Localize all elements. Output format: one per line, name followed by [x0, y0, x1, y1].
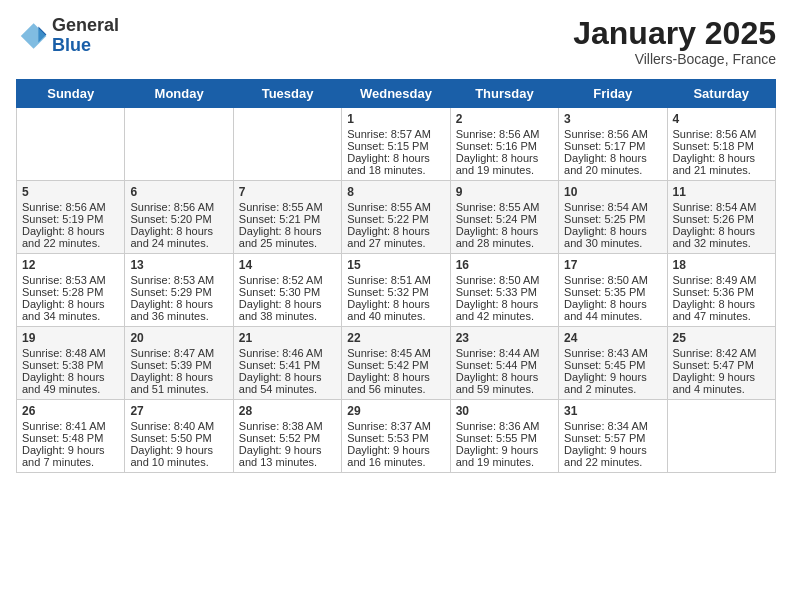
sunset-text: Sunset: 5:42 PM — [347, 359, 428, 371]
calendar-week-2: 5Sunrise: 8:56 AMSunset: 5:19 PMDaylight… — [17, 181, 776, 254]
daylight-text: Daylight: 8 hours and 36 minutes. — [130, 298, 213, 322]
sunset-text: Sunset: 5:32 PM — [347, 286, 428, 298]
sunrise-text: Sunrise: 8:37 AM — [347, 420, 431, 432]
daylight-text: Daylight: 8 hours and 20 minutes. — [564, 152, 647, 176]
calendar-cell: 11Sunrise: 8:54 AMSunset: 5:26 PMDayligh… — [667, 181, 775, 254]
sunset-text: Sunset: 5:41 PM — [239, 359, 320, 371]
day-number: 18 — [673, 258, 770, 272]
daylight-text: Daylight: 9 hours and 10 minutes. — [130, 444, 213, 468]
calendar-cell: 23Sunrise: 8:44 AMSunset: 5:44 PMDayligh… — [450, 327, 558, 400]
sunset-text: Sunset: 5:30 PM — [239, 286, 320, 298]
calendar-cell: 8Sunrise: 8:55 AMSunset: 5:22 PMDaylight… — [342, 181, 450, 254]
calendar-cell: 6Sunrise: 8:56 AMSunset: 5:20 PMDaylight… — [125, 181, 233, 254]
daylight-text: Daylight: 8 hours and 42 minutes. — [456, 298, 539, 322]
calendar-cell: 20Sunrise: 8:47 AMSunset: 5:39 PMDayligh… — [125, 327, 233, 400]
sunset-text: Sunset: 5:25 PM — [564, 213, 645, 225]
sunset-text: Sunset: 5:24 PM — [456, 213, 537, 225]
calendar-cell: 18Sunrise: 8:49 AMSunset: 5:36 PMDayligh… — [667, 254, 775, 327]
sunset-text: Sunset: 5:18 PM — [673, 140, 754, 152]
day-number: 29 — [347, 404, 444, 418]
sunrise-text: Sunrise: 8:55 AM — [239, 201, 323, 213]
day-number: 20 — [130, 331, 227, 345]
calendar-cell: 10Sunrise: 8:54 AMSunset: 5:25 PMDayligh… — [559, 181, 667, 254]
sunrise-text: Sunrise: 8:50 AM — [456, 274, 540, 286]
page-header: General Blue January 2025 Villers-Bocage… — [16, 16, 776, 67]
calendar-cell: 7Sunrise: 8:55 AMSunset: 5:21 PMDaylight… — [233, 181, 341, 254]
day-number: 13 — [130, 258, 227, 272]
daylight-text: Daylight: 9 hours and 4 minutes. — [673, 371, 756, 395]
daylight-text: Daylight: 8 hours and 24 minutes. — [130, 225, 213, 249]
sunset-text: Sunset: 5:29 PM — [130, 286, 211, 298]
sunrise-text: Sunrise: 8:40 AM — [130, 420, 214, 432]
day-number: 27 — [130, 404, 227, 418]
weekday-header-thursday: Thursday — [450, 80, 558, 108]
sunrise-text: Sunrise: 8:54 AM — [673, 201, 757, 213]
svg-marker-1 — [21, 23, 47, 49]
calendar-cell: 25Sunrise: 8:42 AMSunset: 5:47 PMDayligh… — [667, 327, 775, 400]
sunrise-text: Sunrise: 8:41 AM — [22, 420, 106, 432]
calendar-cell: 28Sunrise: 8:38 AMSunset: 5:52 PMDayligh… — [233, 400, 341, 473]
daylight-text: Daylight: 8 hours and 21 minutes. — [673, 152, 756, 176]
daylight-text: Daylight: 8 hours and 22 minutes. — [22, 225, 105, 249]
daylight-text: Daylight: 9 hours and 19 minutes. — [456, 444, 539, 468]
daylight-text: Daylight: 8 hours and 47 minutes. — [673, 298, 756, 322]
sunset-text: Sunset: 5:53 PM — [347, 432, 428, 444]
daylight-text: Daylight: 9 hours and 7 minutes. — [22, 444, 105, 468]
sunset-text: Sunset: 5:21 PM — [239, 213, 320, 225]
sunset-text: Sunset: 5:45 PM — [564, 359, 645, 371]
sunrise-text: Sunrise: 8:56 AM — [130, 201, 214, 213]
sunrise-text: Sunrise: 8:34 AM — [564, 420, 648, 432]
day-number: 24 — [564, 331, 661, 345]
logo-general-text: General — [52, 16, 119, 36]
sunset-text: Sunset: 5:57 PM — [564, 432, 645, 444]
daylight-text: Daylight: 9 hours and 22 minutes. — [564, 444, 647, 468]
sunrise-text: Sunrise: 8:54 AM — [564, 201, 648, 213]
sunrise-text: Sunrise: 8:55 AM — [456, 201, 540, 213]
logo-text: General Blue — [52, 16, 119, 56]
sunset-text: Sunset: 5:44 PM — [456, 359, 537, 371]
calendar-cell: 1Sunrise: 8:57 AMSunset: 5:15 PMDaylight… — [342, 108, 450, 181]
day-number: 6 — [130, 185, 227, 199]
calendar-cell: 16Sunrise: 8:50 AMSunset: 5:33 PMDayligh… — [450, 254, 558, 327]
calendar-cell: 5Sunrise: 8:56 AMSunset: 5:19 PMDaylight… — [17, 181, 125, 254]
sunrise-text: Sunrise: 8:56 AM — [456, 128, 540, 140]
sunset-text: Sunset: 5:16 PM — [456, 140, 537, 152]
day-number: 26 — [22, 404, 119, 418]
day-number: 12 — [22, 258, 119, 272]
calendar-cell: 2Sunrise: 8:56 AMSunset: 5:16 PMDaylight… — [450, 108, 558, 181]
sunrise-text: Sunrise: 8:36 AM — [456, 420, 540, 432]
daylight-text: Daylight: 8 hours and 38 minutes. — [239, 298, 322, 322]
daylight-text: Daylight: 8 hours and 51 minutes. — [130, 371, 213, 395]
day-number: 8 — [347, 185, 444, 199]
calendar-cell — [125, 108, 233, 181]
sunset-text: Sunset: 5:17 PM — [564, 140, 645, 152]
day-number: 19 — [22, 331, 119, 345]
day-number: 23 — [456, 331, 553, 345]
sunset-text: Sunset: 5:28 PM — [22, 286, 103, 298]
sunrise-text: Sunrise: 8:45 AM — [347, 347, 431, 359]
logo-icon — [16, 20, 48, 52]
sunrise-text: Sunrise: 8:42 AM — [673, 347, 757, 359]
day-number: 28 — [239, 404, 336, 418]
sunset-text: Sunset: 5:47 PM — [673, 359, 754, 371]
sunrise-text: Sunrise: 8:56 AM — [673, 128, 757, 140]
sunrise-text: Sunrise: 8:44 AM — [456, 347, 540, 359]
sunrise-text: Sunrise: 8:56 AM — [22, 201, 106, 213]
weekday-header-tuesday: Tuesday — [233, 80, 341, 108]
calendar-cell: 9Sunrise: 8:55 AMSunset: 5:24 PMDaylight… — [450, 181, 558, 254]
calendar-cell: 27Sunrise: 8:40 AMSunset: 5:50 PMDayligh… — [125, 400, 233, 473]
sunrise-text: Sunrise: 8:38 AM — [239, 420, 323, 432]
daylight-text: Daylight: 8 hours and 27 minutes. — [347, 225, 430, 249]
sunset-text: Sunset: 5:33 PM — [456, 286, 537, 298]
sunrise-text: Sunrise: 8:46 AM — [239, 347, 323, 359]
daylight-text: Daylight: 8 hours and 56 minutes. — [347, 371, 430, 395]
day-number: 15 — [347, 258, 444, 272]
sunset-text: Sunset: 5:55 PM — [456, 432, 537, 444]
calendar-cell: 3Sunrise: 8:56 AMSunset: 5:17 PMDaylight… — [559, 108, 667, 181]
calendar-cell: 19Sunrise: 8:48 AMSunset: 5:38 PMDayligh… — [17, 327, 125, 400]
day-number: 31 — [564, 404, 661, 418]
calendar-cell: 12Sunrise: 8:53 AMSunset: 5:28 PMDayligh… — [17, 254, 125, 327]
logo-blue-text: Blue — [52, 36, 119, 56]
sunrise-text: Sunrise: 8:56 AM — [564, 128, 648, 140]
daylight-text: Daylight: 8 hours and 18 minutes. — [347, 152, 430, 176]
